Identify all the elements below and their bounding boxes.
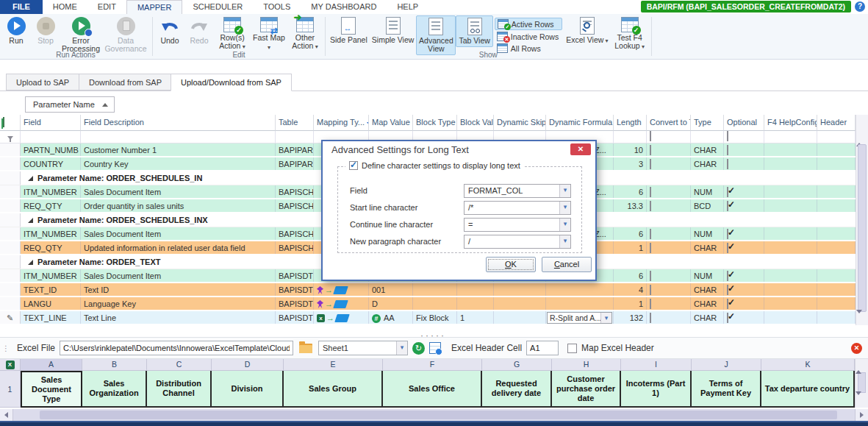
fast-map-button[interactable]: ⇄ Fast Map (251, 15, 287, 53)
tab-help[interactable]: HELP (387, 0, 428, 14)
col-table[interactable]: Table (276, 115, 314, 131)
tab-upload-to-sap[interactable]: Upload to SAP (6, 74, 79, 90)
tab-mapper[interactable]: MAPPER (126, 0, 182, 14)
help-icon[interactable]: ? (855, 1, 865, 12)
excel-col-f[interactable]: F (383, 359, 482, 371)
undo-button[interactable]: Undo (155, 15, 184, 46)
chevron-down-icon[interactable]: ▾ (559, 185, 570, 197)
col-field[interactable]: Field (21, 115, 81, 131)
col-block-type[interactable]: Block Type (413, 115, 457, 131)
chevron-down-icon[interactable]: ▾ (559, 219, 570, 231)
scroll-left-icon[interactable] (0, 409, 13, 421)
col-dynamic-skip[interactable]: Dynamic Skip (494, 115, 546, 131)
optional-checkbox[interactable] (727, 145, 728, 155)
define-settings-checkbox[interactable] (349, 161, 358, 170)
excel-cell-a1[interactable]: Sales Document Type (21, 371, 82, 408)
excel-header-cell-input[interactable] (526, 341, 559, 355)
test-f4-lookup-button[interactable]: ✓ Test F4 Lookup (611, 15, 649, 52)
convert-checkbox[interactable] (650, 229, 651, 239)
error-processing-button[interactable]: Error Processing (60, 15, 101, 54)
group-expanded-icon[interactable] (28, 218, 33, 223)
optional-checkbox[interactable] (727, 187, 728, 197)
simple-view-button[interactable]: Simple View (370, 15, 417, 46)
col-dynamic-formula[interactable]: Dynamic Formula (546, 115, 614, 131)
excel-view-button[interactable]: Excel View (564, 15, 610, 46)
excel-corner-cell[interactable]: X (0, 359, 21, 371)
col-field-description[interactable]: Field Description (81, 115, 276, 131)
continue-line-character-combo[interactable]: =▾ (464, 218, 571, 232)
group-expanded-icon[interactable] (28, 260, 33, 265)
excel-cell-e1[interactable]: Sales Group (284, 371, 383, 408)
excel-cell-b1[interactable]: Sales Organization (82, 371, 147, 408)
advanced-view-button[interactable]: Advanced View (416, 15, 456, 55)
optional-checkbox[interactable] (727, 201, 728, 211)
excel-cell-i1[interactable]: Incoterms (Part 1) (621, 371, 692, 408)
optional-checkbox[interactable] (727, 313, 728, 323)
excel-horizontal-scrollbar[interactable] (0, 409, 868, 421)
col-length[interactable]: Length (614, 115, 647, 131)
col-convert-to-text[interactable]: Convert to Text (647, 115, 691, 131)
group-expanded-icon[interactable] (28, 176, 33, 181)
cancel-button[interactable]: Cancel (542, 257, 592, 272)
start-line-character-combo[interactable]: /*▾ (464, 201, 571, 215)
dynamic-formula-combo[interactable]: R-Split and A...▾ (547, 312, 612, 324)
scroll-up-icon[interactable] (856, 361, 861, 374)
tab-scheduler[interactable]: SCHEDULER (182, 0, 253, 14)
optional-checkbox[interactable] (727, 159, 728, 169)
chevron-down-icon[interactable]: ▾ (396, 341, 407, 355)
excel-col-j[interactable]: J (692, 359, 761, 371)
tab-home[interactable]: HOME (43, 0, 87, 14)
folder-browse-icon[interactable] (299, 344, 312, 353)
ok-button[interactable]: OK (486, 257, 536, 272)
col-header[interactable]: Header (817, 115, 856, 131)
convert-filter-checkbox[interactable] (650, 131, 651, 141)
optional-checkbox[interactable] (727, 243, 728, 253)
run-button[interactable]: Run (1, 15, 31, 46)
optional-checkbox[interactable] (727, 299, 728, 309)
excel-col-k[interactable]: K (761, 359, 855, 371)
optional-checkbox[interactable] (727, 285, 728, 295)
field-combo[interactable]: FORMAT_COL▾ (464, 184, 571, 198)
excel-vertical-scrollbar[interactable] (855, 359, 868, 408)
scroll-down-icon[interactable] (856, 391, 861, 404)
col-type[interactable]: Type (691, 115, 724, 131)
inactive-rows-button[interactable]: ✕ Inactive Rows (495, 31, 562, 42)
tab-edit[interactable]: EDIT (87, 0, 126, 14)
grid-corner-cell[interactable] (0, 115, 21, 131)
excel-cell-f1[interactable]: Sales Office (383, 371, 482, 408)
parameter-name-sort-button[interactable]: Parameter Name (25, 96, 115, 113)
tab-view-button[interactable]: Tab View (456, 15, 492, 47)
excel-col-h[interactable]: H (552, 359, 621, 371)
table-row[interactable]: TEXT_ID Text ID BAPISDTEXT → 001 4 CHAR (0, 283, 856, 297)
optional-checkbox[interactable] (727, 271, 728, 281)
chevron-down-icon[interactable]: ▾ (559, 202, 570, 214)
tab-my-dashboard[interactable]: MY DASHBOARD (301, 0, 387, 14)
convert-checkbox[interactable] (650, 313, 651, 323)
excel-col-b[interactable]: B (82, 359, 147, 371)
excel-file-path-input[interactable] (60, 341, 293, 355)
optional-checkbox[interactable] (727, 229, 728, 239)
excel-cell-d1[interactable]: Division (212, 371, 284, 408)
excel-grid-refresh-icon[interactable] (429, 342, 441, 354)
excel-cell-h1[interactable]: Customer purchase order date (552, 371, 621, 408)
scroll-right-icon[interactable] (855, 409, 868, 421)
side-panel-button[interactable]: ↔ Side Panel (328, 15, 370, 46)
col-map-value[interactable]: Map Value (369, 115, 413, 131)
convert-checkbox[interactable] (650, 285, 651, 295)
chevron-down-icon[interactable]: ▾ (600, 313, 611, 323)
convert-checkbox[interactable] (650, 159, 651, 169)
col-optional[interactable]: Optional (724, 115, 764, 131)
convert-checkbox[interactable] (650, 187, 651, 197)
tab-file[interactable]: FILE (0, 0, 43, 14)
excel-col-e[interactable]: E (284, 359, 383, 371)
excel-col-d[interactable]: D (212, 359, 284, 371)
convert-checkbox[interactable] (650, 271, 651, 281)
table-row[interactable]: LANGU Language Key BAPISDTEXT → D 1 CHAR (0, 297, 856, 311)
col-f4-helpconfig[interactable]: F4 HelpConfig (764, 115, 817, 131)
other-action-button[interactable]: ➜ Other Action (287, 15, 323, 52)
convert-checkbox[interactable] (650, 299, 651, 309)
drag-handle-icon[interactable]: ⋮ (2, 346, 10, 351)
excel-cell-g1[interactable]: Requested delivery date (482, 371, 552, 408)
active-rows-button[interactable]: ✓ Active Rows (495, 18, 562, 30)
col-block-value[interactable]: Block Value (457, 115, 494, 131)
